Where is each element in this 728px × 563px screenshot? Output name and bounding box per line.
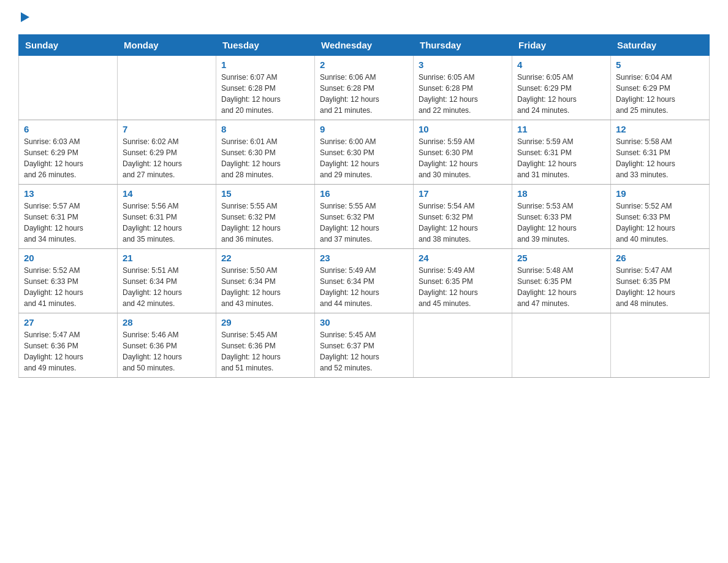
calendar-header-wednesday: Wednesday: [315, 35, 414, 56]
day-info: Sunrise: 6:01 AM Sunset: 6:30 PM Dayligh…: [221, 136, 309, 180]
day-info: Sunrise: 6:05 AM Sunset: 6:29 PM Dayligh…: [517, 72, 605, 116]
day-number: 7: [123, 124, 211, 134]
day-info: Sunrise: 5:45 AM Sunset: 6:37 PM Dayligh…: [320, 329, 408, 373]
calendar-header-saturday: Saturday: [611, 35, 710, 56]
calendar-header-thursday: Thursday: [414, 35, 512, 56]
calendar-cell: 23Sunrise: 5:49 AM Sunset: 6:34 PM Dayli…: [315, 249, 414, 313]
day-number: 29: [221, 317, 309, 327]
calendar-cell: 4Sunrise: 6:05 AM Sunset: 6:29 PM Daylig…: [512, 56, 611, 120]
day-number: 28: [123, 317, 211, 327]
calendar-cell: 22Sunrise: 5:50 AM Sunset: 6:34 PM Dayli…: [216, 249, 315, 313]
calendar-cell: 10Sunrise: 5:59 AM Sunset: 6:30 PM Dayli…: [414, 120, 512, 185]
day-info: Sunrise: 6:07 AM Sunset: 6:28 PM Dayligh…: [221, 72, 309, 116]
calendar-cell: 7Sunrise: 6:02 AM Sunset: 6:29 PM Daylig…: [118, 120, 216, 185]
day-number: 24: [419, 253, 507, 263]
day-number: 20: [24, 253, 112, 263]
day-number: 17: [419, 188, 507, 199]
day-info: Sunrise: 5:54 AM Sunset: 6:32 PM Dayligh…: [419, 201, 507, 245]
day-info: Sunrise: 6:02 AM Sunset: 6:29 PM Dayligh…: [123, 136, 211, 180]
day-info: Sunrise: 6:05 AM Sunset: 6:28 PM Dayligh…: [419, 72, 507, 116]
calendar-cell: [611, 313, 710, 378]
day-info: Sunrise: 5:49 AM Sunset: 6:35 PM Dayligh…: [419, 265, 507, 309]
calendar-table: SundayMondayTuesdayWednesdayThursdayFrid…: [18, 34, 710, 378]
calendar-cell: 14Sunrise: 5:56 AM Sunset: 6:31 PM Dayli…: [118, 185, 216, 249]
calendar-cell: 17Sunrise: 5:54 AM Sunset: 6:32 PM Dayli…: [414, 185, 512, 249]
day-info: Sunrise: 5:46 AM Sunset: 6:36 PM Dayligh…: [123, 329, 211, 373]
day-number: 22: [221, 253, 309, 263]
day-info: Sunrise: 6:04 AM Sunset: 6:29 PM Dayligh…: [616, 72, 704, 116]
day-info: Sunrise: 5:47 AM Sunset: 6:36 PM Dayligh…: [24, 329, 112, 373]
calendar-cell: 18Sunrise: 5:53 AM Sunset: 6:33 PM Dayli…: [512, 185, 611, 249]
day-number: 13: [24, 188, 112, 199]
day-info: Sunrise: 5:48 AM Sunset: 6:35 PM Dayligh…: [517, 265, 605, 309]
day-info: Sunrise: 5:59 AM Sunset: 6:31 PM Dayligh…: [517, 136, 605, 180]
calendar-header-sunday: Sunday: [19, 35, 118, 56]
day-number: 6: [24, 124, 112, 134]
day-info: Sunrise: 5:59 AM Sunset: 6:30 PM Dayligh…: [419, 136, 507, 180]
calendar-week-4: 20Sunrise: 5:52 AM Sunset: 6:33 PM Dayli…: [19, 249, 710, 313]
logo-arrow-icon: [21, 12, 29, 22]
day-number: 11: [517, 124, 605, 134]
calendar-cell: 2Sunrise: 6:06 AM Sunset: 6:28 PM Daylig…: [315, 56, 414, 120]
day-number: 27: [24, 317, 112, 327]
calendar-week-3: 13Sunrise: 5:57 AM Sunset: 6:31 PM Dayli…: [19, 185, 710, 249]
calendar-cell: 3Sunrise: 6:05 AM Sunset: 6:28 PM Daylig…: [414, 56, 512, 120]
calendar-header-friday: Friday: [512, 35, 611, 56]
day-number: 19: [616, 188, 704, 199]
day-info: Sunrise: 5:56 AM Sunset: 6:31 PM Dayligh…: [123, 201, 211, 245]
day-number: 9: [320, 124, 408, 134]
calendar-cell: 8Sunrise: 6:01 AM Sunset: 6:30 PM Daylig…: [216, 120, 315, 185]
calendar-cell: 19Sunrise: 5:52 AM Sunset: 6:33 PM Dayli…: [611, 185, 710, 249]
day-number: 25: [517, 253, 605, 263]
calendar-cell: 16Sunrise: 5:55 AM Sunset: 6:32 PM Dayli…: [315, 185, 414, 249]
calendar-cell: [19, 56, 118, 120]
day-number: 8: [221, 124, 309, 134]
calendar-cell: 6Sunrise: 6:03 AM Sunset: 6:29 PM Daylig…: [19, 120, 118, 185]
day-number: 15: [221, 188, 309, 199]
calendar-cell: 24Sunrise: 5:49 AM Sunset: 6:35 PM Dayli…: [414, 249, 512, 313]
calendar-cell: 13Sunrise: 5:57 AM Sunset: 6:31 PM Dayli…: [19, 185, 118, 249]
day-info: Sunrise: 6:00 AM Sunset: 6:30 PM Dayligh…: [320, 136, 408, 180]
day-number: 16: [320, 188, 408, 199]
calendar-cell: 9Sunrise: 6:00 AM Sunset: 6:30 PM Daylig…: [315, 120, 414, 185]
calendar-header-tuesday: Tuesday: [216, 35, 315, 56]
calendar-cell: 25Sunrise: 5:48 AM Sunset: 6:35 PM Dayli…: [512, 249, 611, 313]
calendar-cell: 21Sunrise: 5:51 AM Sunset: 6:34 PM Dayli…: [118, 249, 216, 313]
day-number: 3: [419, 59, 507, 70]
calendar-cell: 5Sunrise: 6:04 AM Sunset: 6:29 PM Daylig…: [611, 56, 710, 120]
calendar-cell: [512, 313, 611, 378]
day-info: Sunrise: 5:53 AM Sunset: 6:33 PM Dayligh…: [517, 201, 605, 245]
day-info: Sunrise: 5:57 AM Sunset: 6:31 PM Dayligh…: [24, 201, 112, 245]
day-number: 14: [123, 188, 211, 199]
calendar-cell: 11Sunrise: 5:59 AM Sunset: 6:31 PM Dayli…: [512, 120, 611, 185]
logo-blue-text: [18, 12, 29, 22]
calendar-cell: 27Sunrise: 5:47 AM Sunset: 6:36 PM Dayli…: [19, 313, 118, 378]
day-info: Sunrise: 5:55 AM Sunset: 6:32 PM Dayligh…: [320, 201, 408, 245]
calendar-header-row: SundayMondayTuesdayWednesdayThursdayFrid…: [19, 35, 710, 56]
day-number: 18: [517, 188, 605, 199]
day-info: Sunrise: 5:47 AM Sunset: 6:35 PM Dayligh…: [616, 265, 704, 309]
calendar-week-1: 1Sunrise: 6:07 AM Sunset: 6:28 PM Daylig…: [19, 56, 710, 120]
day-number: 10: [419, 124, 507, 134]
day-number: 23: [320, 253, 408, 263]
day-number: 5: [616, 59, 704, 70]
day-info: Sunrise: 5:55 AM Sunset: 6:32 PM Dayligh…: [221, 201, 309, 245]
calendar-cell: 1Sunrise: 6:07 AM Sunset: 6:28 PM Daylig…: [216, 56, 315, 120]
calendar-cell: 26Sunrise: 5:47 AM Sunset: 6:35 PM Dayli…: [611, 249, 710, 313]
day-number: 26: [616, 253, 704, 263]
day-info: Sunrise: 5:51 AM Sunset: 6:34 PM Dayligh…: [123, 265, 211, 309]
day-number: 4: [517, 59, 605, 70]
calendar-header-monday: Monday: [118, 35, 216, 56]
day-info: Sunrise: 5:45 AM Sunset: 6:36 PM Dayligh…: [221, 329, 309, 373]
day-number: 12: [616, 124, 704, 134]
calendar-week-2: 6Sunrise: 6:03 AM Sunset: 6:29 PM Daylig…: [19, 120, 710, 185]
calendar-cell: 28Sunrise: 5:46 AM Sunset: 6:36 PM Dayli…: [118, 313, 216, 378]
calendar-cell: [414, 313, 512, 378]
day-number: 2: [320, 59, 408, 70]
day-number: 21: [123, 253, 211, 263]
calendar-cell: 30Sunrise: 5:45 AM Sunset: 6:37 PM Dayli…: [315, 313, 414, 378]
day-info: Sunrise: 6:03 AM Sunset: 6:29 PM Dayligh…: [24, 136, 112, 180]
day-info: Sunrise: 5:52 AM Sunset: 6:33 PM Dayligh…: [616, 201, 704, 245]
day-number: 30: [320, 317, 408, 327]
day-info: Sunrise: 5:49 AM Sunset: 6:34 PM Dayligh…: [320, 265, 408, 309]
